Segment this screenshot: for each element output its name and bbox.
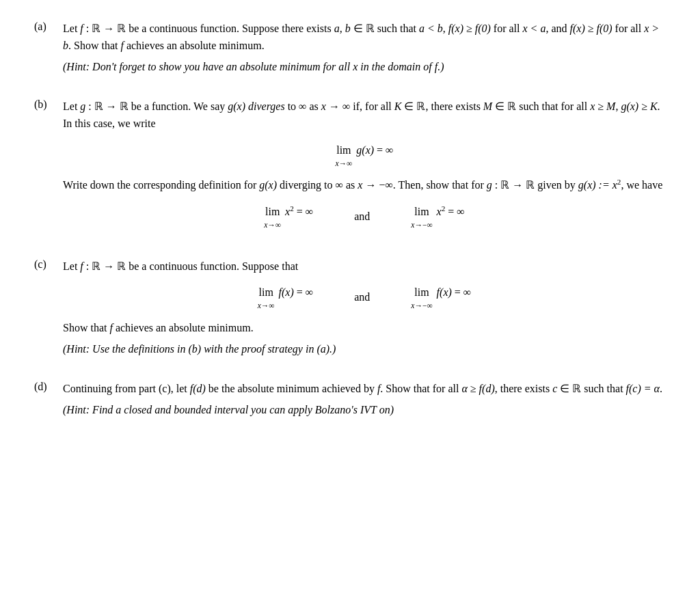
problem-d: (d) Continuing from part (c), let f(d) b… xyxy=(34,381,666,423)
limit-x2-neg-infty: lim x→−∞ x2 = ∞ xyxy=(411,204,464,229)
problem-a-label: (a) xyxy=(34,21,63,33)
problem-d-text1: Continuing from part (c), let f(d) be th… xyxy=(63,381,666,398)
x2-neg-infty-expr: x2 = ∞ xyxy=(437,204,465,221)
lim-keyword-5: lim xyxy=(414,284,429,301)
formula-c-pair: lim x→∞ f(x) = ∞ and lim x→−∞ xyxy=(63,284,666,310)
problem-a-content: Let f : ℝ → ℝ be a continuous function. … xyxy=(63,21,666,79)
problem-d-hint: (Hint: Find a closed and bounded interva… xyxy=(63,402,666,419)
fx-infty-expr: f(x) = ∞ xyxy=(279,284,314,301)
limit-fx-infty: lim x→∞ f(x) = ∞ xyxy=(258,284,313,310)
problem-c-text1: Let f : ℝ → ℝ be a continuous function. … xyxy=(63,258,666,275)
lim-sub-4: x→∞ xyxy=(258,301,275,310)
page-content: (a) Let f : ℝ → ℝ be a continuous functi… xyxy=(34,21,666,423)
problem-b-label: (b) xyxy=(34,98,63,111)
and-label-b: and xyxy=(354,208,370,226)
limit-fx-neg-infty: lim x→−∞ f(x) = ∞ xyxy=(411,284,471,310)
lim-sub-5: x→−∞ xyxy=(411,301,432,310)
g-x-infty-expr: g(x) = ∞ xyxy=(356,142,393,159)
problem-c-content: Let f : ℝ → ℝ be a continuous function. … xyxy=(63,258,666,362)
lim-keyword-2: lim xyxy=(265,204,280,221)
problem-c-hint: (Hint: Use the definitions in (b) with t… xyxy=(63,341,666,358)
lim-sub-3: x→−∞ xyxy=(411,221,432,230)
formula-b-center: lim x→∞ g(x) = ∞ xyxy=(63,142,666,167)
lim-sub-2: x→∞ xyxy=(264,221,281,230)
problem-a-hint: (Hint: Don't forget to show you have an … xyxy=(63,59,666,76)
fx-neg-infty-expr: f(x) = ∞ xyxy=(437,284,472,301)
lim-keyword-1: lim xyxy=(336,142,351,159)
problem-b-text2: Write down the corresponding definition … xyxy=(63,177,666,194)
problem-c-text2: Show that f achieves an absolute minimum… xyxy=(63,320,666,337)
problem-d-label: (d) xyxy=(34,381,63,393)
and-label-c: and xyxy=(354,289,370,306)
problem-a-text1: Let f : ℝ → ℝ be a continuous function. … xyxy=(63,21,666,55)
x2-infty-expr: x2 = ∞ xyxy=(285,204,313,221)
limit-g-x-infty: lim x→∞ g(x) = ∞ xyxy=(335,142,393,167)
lim-sub-1: x→∞ xyxy=(335,159,352,168)
problem-a: (a) Let f : ℝ → ℝ be a continuous functi… xyxy=(34,21,666,79)
problem-b: (b) Let g : ℝ → ℝ be a function. We say … xyxy=(34,98,666,239)
problem-d-content: Continuing from part (c), let f(d) be th… xyxy=(63,381,666,423)
problem-c: (c) Let f : ℝ → ℝ be a continuous functi… xyxy=(34,258,666,362)
limit-x2-infty: lim x→∞ x2 = ∞ xyxy=(264,204,313,229)
problem-c-label: (c) xyxy=(34,258,63,271)
lim-keyword-4: lim xyxy=(258,284,273,301)
lim-keyword-3: lim xyxy=(414,204,429,221)
problem-b-content: Let g : ℝ → ℝ be a function. We say g(x)… xyxy=(63,98,666,239)
formula-b-pair: lim x→∞ x2 = ∞ and lim x→−∞ xyxy=(63,204,666,229)
problem-b-text1: Let g : ℝ → ℝ be a function. We say g(x)… xyxy=(63,98,666,133)
